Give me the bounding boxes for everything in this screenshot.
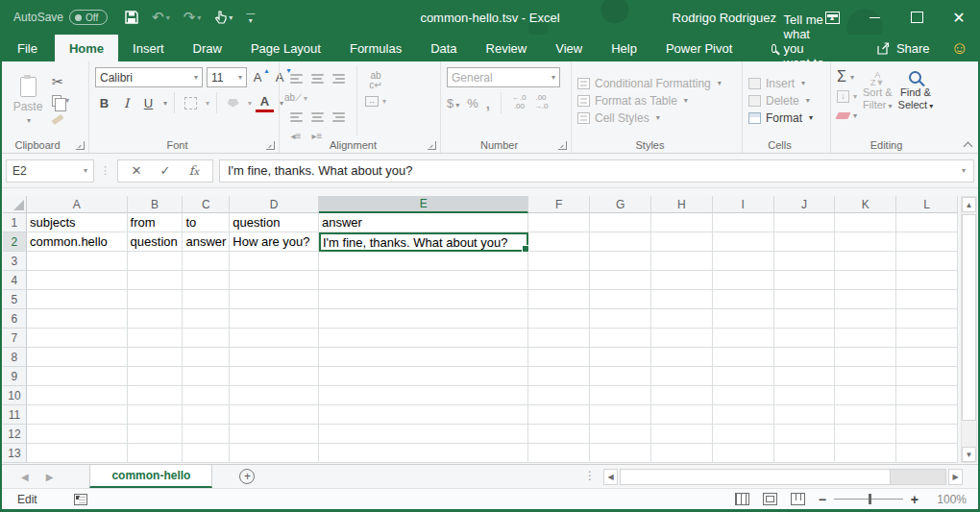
cell-L4[interactable]: [896, 271, 958, 290]
cell-I3[interactable]: [713, 252, 774, 271]
tab-bar-splitter[interactable]: ⋮: [584, 469, 596, 482]
cell-C8[interactable]: [183, 348, 230, 367]
cell-H9[interactable]: [651, 367, 713, 386]
cell-F8[interactable]: [528, 348, 590, 367]
cell-C2[interactable]: answer: [183, 232, 230, 252]
cell-I10[interactable]: [713, 386, 774, 405]
align-left-button[interactable]: [290, 112, 303, 122]
cell-D10[interactable]: [230, 386, 319, 405]
cell-A12[interactable]: [27, 425, 128, 444]
cell-G1[interactable]: [590, 213, 651, 232]
cell-L1[interactable]: [896, 213, 958, 232]
cell-G5[interactable]: [590, 290, 651, 309]
column-header-K[interactable]: K: [835, 196, 896, 213]
touch-mode-dropdown-icon[interactable]: ▾: [229, 13, 233, 22]
clear-button[interactable]: ▾: [837, 108, 857, 123]
cell-G4[interactable]: [590, 271, 651, 290]
cell-D3[interactable]: [230, 252, 319, 271]
cell-H11[interactable]: [651, 405, 713, 425]
cell-G8[interactable]: [590, 348, 651, 367]
cell-I11[interactable]: [713, 405, 774, 425]
cell-D8[interactable]: [230, 348, 319, 367]
cell-I4[interactable]: [713, 271, 774, 290]
tab-review[interactable]: Review: [472, 35, 542, 61]
cell-B10[interactable]: [128, 386, 184, 405]
cell-G7[interactable]: [590, 329, 651, 348]
wrap-text-button[interactable]: abc↵: [365, 71, 386, 90]
cell-styles-button[interactable]: Cell Styles▾: [577, 111, 722, 125]
row-header-13[interactable]: 13: [3, 444, 27, 463]
paste-dropdown-icon[interactable]: ▾: [27, 116, 31, 125]
minimize-button[interactable]: [853, 0, 895, 35]
horizontal-scrollbar[interactable]: ◀ ▶: [603, 468, 963, 485]
formula-bar-drag-handle[interactable]: ⋮: [100, 164, 111, 177]
tab-draw[interactable]: Draw: [179, 35, 236, 61]
column-header-E[interactable]: E: [319, 196, 528, 213]
cell-K2[interactable]: [835, 232, 896, 252]
column-header-G[interactable]: G: [590, 196, 651, 213]
expand-formula-bar-icon[interactable]: ▾: [962, 166, 966, 175]
cell-C9[interactable]: [183, 367, 230, 386]
cell-I7[interactable]: [713, 329, 774, 348]
cell-K3[interactable]: [835, 252, 896, 271]
cell-F10[interactable]: [528, 386, 590, 405]
cell-K9[interactable]: [835, 367, 896, 386]
cell-B1[interactable]: from: [128, 213, 184, 232]
macro-record-icon[interactable]: [74, 494, 87, 505]
cell-E3[interactable]: [319, 252, 528, 271]
cell-E8[interactable]: [319, 348, 528, 367]
cell-D4[interactable]: [230, 271, 319, 290]
row-header-3[interactable]: 3: [3, 252, 27, 271]
cell-H1[interactable]: [651, 213, 713, 232]
zoom-in-button[interactable]: +: [911, 493, 919, 506]
increase-font-size-button[interactable]: A▲: [251, 68, 269, 86]
cell-A13[interactable]: [27, 444, 128, 463]
cell-I13[interactable]: [713, 444, 774, 463]
share-button[interactable]: Share: [876, 35, 930, 61]
tab-insert[interactable]: Insert: [118, 35, 179, 61]
cell-L7[interactable]: [896, 329, 958, 348]
find-select-button[interactable]: Find & Select▾: [898, 69, 934, 112]
cell-C3[interactable]: [183, 252, 230, 271]
cell-K12[interactable]: [835, 425, 896, 444]
cell-L13[interactable]: [896, 444, 958, 463]
copy-button[interactable]: ▾: [52, 93, 81, 109]
cell-J9[interactable]: [774, 367, 836, 386]
redo-dropdown-icon[interactable]: ▾: [197, 13, 201, 22]
cell-A3[interactable]: [27, 252, 128, 271]
cell-A1[interactable]: subjects: [27, 213, 128, 232]
cell-A9[interactable]: [27, 367, 128, 386]
cell-E1[interactable]: answer: [319, 213, 528, 232]
zoom-out-button[interactable]: −: [819, 493, 826, 506]
cell-C5[interactable]: [183, 290, 230, 309]
feedback-smiley-icon[interactable]: ☺: [951, 35, 968, 61]
tab-home[interactable]: Home: [55, 35, 118, 61]
alignment-dialog-launcher-icon[interactable]: [428, 141, 436, 150]
cell-D1[interactable]: question: [230, 213, 319, 232]
page-break-preview-button[interactable]: [791, 493, 805, 505]
maximize-button[interactable]: [895, 0, 938, 35]
row-header-2[interactable]: 2: [3, 232, 27, 252]
tab-help[interactable]: Help: [597, 35, 651, 61]
font-dialog-launcher-icon[interactable]: [266, 141, 275, 150]
cell-C10[interactable]: [183, 386, 230, 405]
align-right-button[interactable]: [332, 112, 345, 122]
close-button[interactable]: ✕: [938, 0, 980, 35]
font-name-select[interactable]: Calibri▾: [95, 67, 203, 87]
column-header-J[interactable]: J: [774, 196, 836, 213]
cell-H13[interactable]: [651, 444, 713, 463]
paste-button[interactable]: Paste ▾: [6, 65, 50, 135]
clipboard-dialog-launcher-icon[interactable]: [76, 141, 85, 150]
column-header-I[interactable]: I: [713, 196, 774, 213]
cell-E12[interactable]: [319, 425, 528, 444]
next-sheet-icon[interactable]: ▶: [46, 472, 54, 482]
cell-L2[interactable]: [896, 232, 958, 252]
font-size-select[interactable]: 11▾: [207, 67, 247, 87]
borders-button[interactable]: [182, 94, 200, 112]
cell-A7[interactable]: [27, 329, 128, 348]
cell-C13[interactable]: [183, 444, 230, 463]
format-as-table-button[interactable]: Format as Table▾: [577, 94, 722, 108]
cell-B8[interactable]: [128, 348, 184, 367]
cell-J12[interactable]: [774, 425, 836, 444]
name-box-dropdown-icon[interactable]: ▾: [84, 166, 87, 175]
